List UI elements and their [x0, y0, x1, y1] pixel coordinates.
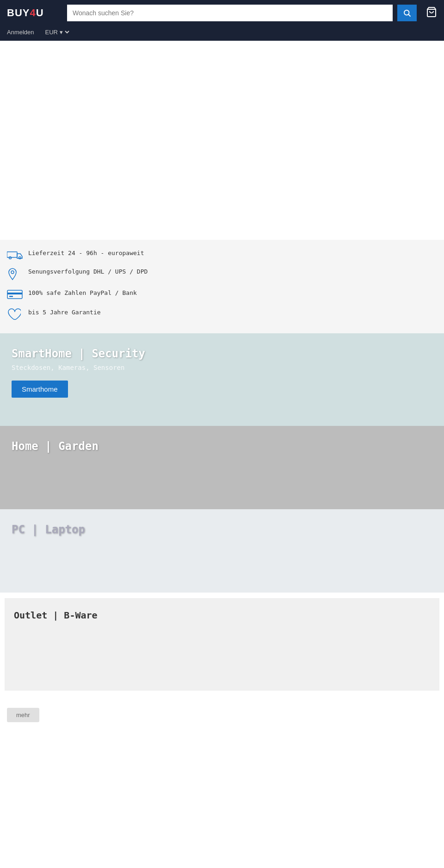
feature-delivery-text: Lieferzeit 24 - 96h - europaweit [28, 249, 144, 257]
logo-buy: BUY [7, 7, 30, 19]
card-icon [7, 289, 24, 303]
feature-payment: 100% safe Zahlen PayPal / Bank [7, 289, 437, 303]
search-button[interactable] [397, 5, 417, 21]
svg-point-4 [9, 257, 12, 259]
feature-tracking: Senungsverfolgung DHL / UPS / DPD [7, 268, 437, 283]
logo-u: U [36, 7, 44, 19]
category-garden: Home | Garden [0, 426, 444, 509]
login-link[interactable]: Anmelden [7, 29, 34, 36]
feature-payment-text: 100% safe Zahlen PayPal / Bank [28, 289, 137, 297]
outlet-title: Outlet | B-Ware [14, 610, 430, 621]
search-icon [403, 9, 411, 17]
svg-point-6 [11, 271, 14, 274]
location-icon [7, 268, 24, 283]
category-smarthome: SmartHome | Security Steckdosen, Kameras… [0, 333, 444, 426]
truck-icon [7, 249, 24, 262]
smarthome-button[interactable]: Smarthome [12, 381, 68, 398]
outlet-section: Outlet | B-Ware [5, 598, 439, 691]
banner-area [0, 41, 444, 240]
svg-rect-9 [9, 296, 13, 297]
site-logo[interactable]: BUY4U [7, 7, 62, 19]
svg-point-5 [19, 257, 21, 259]
svg-point-0 [404, 10, 409, 15]
feature-delivery: Lieferzeit 24 - 96h - europaweit [7, 249, 437, 262]
feature-guarantee-text: bis 5 Jahre Garantie [28, 308, 101, 317]
logo-four: 4 [30, 7, 36, 19]
cart-button[interactable] [426, 6, 437, 20]
garden-title: Home | Garden [12, 440, 432, 453]
category-laptop: PC | Laptop [0, 509, 444, 593]
currency-selector[interactable]: EUR ▾ USD GBP [43, 28, 71, 36]
feature-guarantee: bis 5 Jahre Garantie [7, 308, 437, 324]
more-button[interactable]: mehr [7, 708, 39, 722]
smarthome-subtitle: Steckdosen, Kameras, Sensoren [12, 364, 432, 371]
feature-tracking-text: Senungsverfolgung DHL / UPS / DPD [28, 268, 148, 276]
svg-rect-3 [7, 252, 17, 257]
search-input[interactable] [67, 5, 393, 21]
search-container [67, 5, 393, 21]
svg-rect-8 [7, 293, 22, 294]
cart-icon [426, 6, 437, 18]
site-header: BUY4U Anmelden EUR ▾ USD GBP [0, 0, 444, 41]
header-bottom-bar: Anmelden EUR ▾ USD GBP [0, 26, 444, 41]
laptop-title: PC | Laptop [12, 523, 432, 536]
smarthome-title: SmartHome | Security [12, 347, 432, 360]
footer-area: mehr [0, 696, 444, 733]
svg-line-1 [408, 14, 410, 16]
features-bar: Lieferzeit 24 - 96h - europaweit Senungs… [0, 240, 444, 333]
heart-icon [7, 308, 24, 324]
